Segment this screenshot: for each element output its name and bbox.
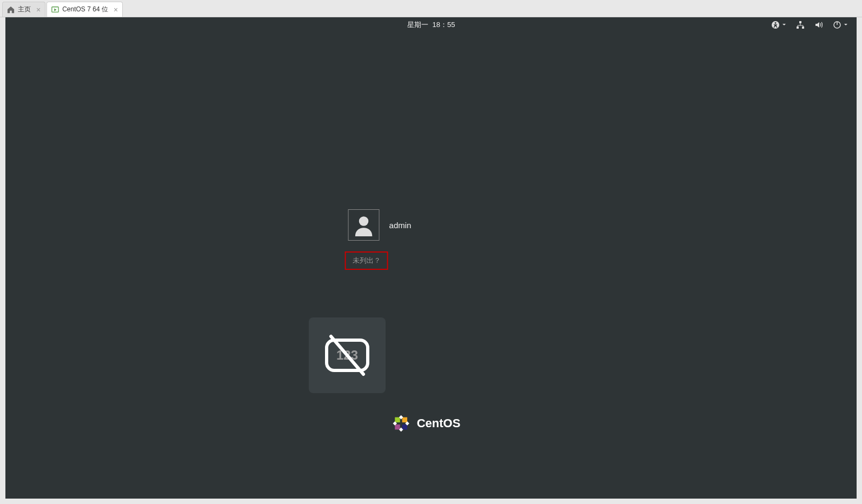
clock[interactable]: 星期一 18：55 [407,20,455,30]
home-icon [7,6,15,14]
chevron-down-icon [844,23,848,27]
person-icon [353,214,375,236]
svg-point-8 [359,216,369,226]
svg-point-2 [775,22,777,24]
avatar [348,209,380,241]
svg-rect-5 [802,26,804,29]
close-icon[interactable]: × [114,5,118,14]
tab-bar: 主页 × CentOS 7 64 位 × [0,0,862,17]
not-listed-button[interactable]: 未列出？ [345,251,388,270]
network-icon[interactable] [796,21,805,29]
osk-indicator[interactable]: 123 [309,317,386,393]
time-label: 18：55 [433,20,455,30]
vm-icon [51,6,59,14]
user-entry[interactable]: admin [348,209,412,241]
svg-rect-3 [799,21,801,23]
tab-label: CentOS 7 64 位 [62,5,108,14]
svg-rect-14 [395,425,400,430]
accessibility-icon [771,21,780,29]
centos-name: CentOS [417,416,461,430]
day-label: 星期一 [407,20,428,30]
keyboard-disabled-icon: 123 [320,328,374,382]
centos-logo-icon [391,413,412,434]
system-tray [771,21,848,29]
svg-rect-4 [797,26,799,29]
tab-home[interactable]: 主页 × [2,2,45,17]
centos-branding: CentOS [391,413,461,434]
close-icon[interactable]: × [36,5,41,14]
vm-viewport: 星期一 18：55 [5,17,857,499]
svg-rect-12 [395,417,400,423]
tab-centos[interactable]: CentOS 7 64 位 × [47,2,123,17]
login-area: admin 未列出？ [348,209,412,270]
svg-rect-15 [402,425,408,430]
tab-label: 主页 [18,5,31,14]
volume-icon[interactable] [814,21,823,29]
username-label: admin [389,221,412,230]
top-panel: 星期一 18：55 [5,17,857,32]
power-menu[interactable] [833,21,848,29]
chevron-down-icon [782,23,786,27]
svg-rect-13 [402,417,408,423]
power-icon [833,21,841,29]
accessibility-menu[interactable] [771,21,786,29]
